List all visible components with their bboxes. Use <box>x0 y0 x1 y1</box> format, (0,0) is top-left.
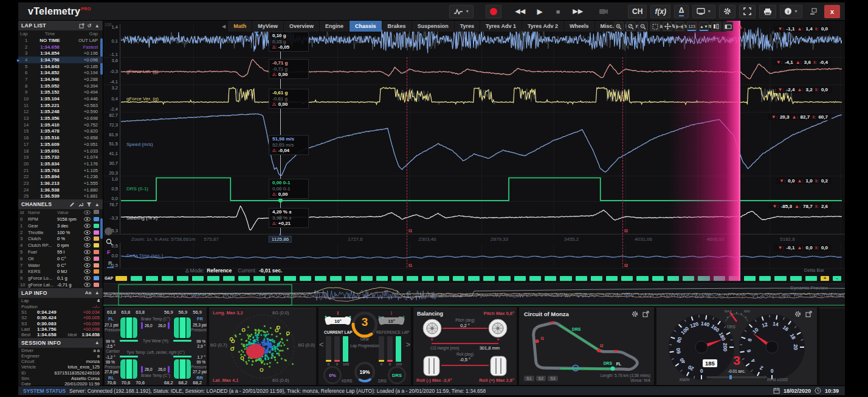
zoom-out-button[interactable] <box>638 22 648 31</box>
channel-row[interactable]: 0 RPM 9158 rpm <box>18 216 103 223</box>
lap-row[interactable]: 24 1:36.538 +1.880 <box>18 187 103 193</box>
channel-row[interactable]: 6 Oil 0 C° <box>18 255 103 262</box>
lap-row[interactable]: 2 1:34.658 Fastest <box>18 44 103 50</box>
gap-segment[interactable] <box>315 276 326 281</box>
session-info-header[interactable]: SESSION INFO ▲ <box>18 338 103 348</box>
gap-segment[interactable] <box>453 276 464 281</box>
channel-color-swatch[interactable] <box>94 257 99 261</box>
gap-segment[interactable] <box>300 276 311 281</box>
sort-arrows-button[interactable]: ▲▼ <box>699 22 709 31</box>
lap-row[interactable]: 15 1:35.478 +0.820 <box>18 128 103 135</box>
gap-segment[interactable] <box>115 276 127 281</box>
sector-button[interactable]: S3 <box>548 376 558 381</box>
gap-segment[interactable] <box>591 276 602 281</box>
gap-segment[interactable] <box>177 276 188 281</box>
lap-row[interactable]: 16 1:35.516 +0.858 <box>18 134 103 141</box>
channel-color-swatch[interactable] <box>94 250 99 254</box>
collapse-icon[interactable]: ▲ <box>95 340 100 345</box>
gap-zoom-in-button[interactable]: + <box>821 276 829 281</box>
minimize-button[interactable] <box>806 5 821 18</box>
info-button[interactable]: i ▼ <box>780 5 802 18</box>
fullscreen-button[interactable] <box>739 5 756 18</box>
lap-row[interactable]: 12 1:35.248 +0.590 <box>18 109 103 116</box>
view-tab[interactable]: Tyres <box>455 21 480 32</box>
lap-row[interactable]: 17 1:35.609 +0.951 <box>18 141 103 148</box>
gap-segment[interactable] <box>131 276 142 281</box>
channel-color-swatch[interactable] <box>94 276 99 280</box>
lap-row[interactable]: 10 1:35.104 +0.446 <box>18 95 103 102</box>
lap-row[interactable]: 6 1:34.852 +0.194 <box>18 69 103 76</box>
function-button[interactable]: f(x) <box>650 5 670 18</box>
sector-button[interactable]: S2 <box>536 376 546 381</box>
channel-color-swatch[interactable] <box>94 217 99 221</box>
channel-row[interactable]: 2 Throttle 100 % <box>18 229 103 236</box>
eye-icon[interactable] <box>84 236 91 241</box>
record-button[interactable] <box>486 5 501 18</box>
sector-button[interactable]: S1 <box>524 376 534 381</box>
front-toggle[interactable]: F <box>107 249 111 255</box>
lap-row[interactable]: 4 1:34.756 +0.098 <box>18 57 103 63</box>
gap-segment[interactable] <box>560 276 571 281</box>
fit-width-button[interactable] <box>675 22 684 31</box>
stop-button[interactable]: ■ <box>551 5 565 18</box>
gap-segment[interactable] <box>391 276 403 281</box>
collapse-icon[interactable]: ▲ <box>95 23 100 29</box>
next-lap-arrow[interactable]: > <box>405 340 410 349</box>
collapse-icon[interactable]: ▲ <box>95 290 100 295</box>
gap-segment[interactable] <box>330 276 342 281</box>
channel-row[interactable]: 9 gForce Lo... 0,1 g <box>18 275 103 281</box>
lap-row[interactable]: 18 1:35.691 +1.033 <box>18 148 103 154</box>
view-tab[interactable]: Chassis <box>350 21 382 32</box>
lap-row[interactable]: 23 1:36.213 +1.555 <box>18 180 103 187</box>
delta-button[interactable]: Δ <box>674 5 689 18</box>
lap-row[interactable]: 13 1:35.356 +0.698 <box>18 115 103 122</box>
print-button[interactable] <box>759 5 776 18</box>
eye-icon[interactable] <box>84 230 91 235</box>
lap-info-header[interactable]: LAP INFO Aa ▲ <box>18 288 103 298</box>
eye-icon[interactable] <box>84 217 91 221</box>
gap-segment[interactable] <box>162 276 173 281</box>
gap-segment[interactable] <box>361 276 373 281</box>
gap-segment[interactable] <box>192 276 204 281</box>
gap-segment[interactable] <box>576 276 587 281</box>
channel-color-swatch[interactable] <box>94 236 99 241</box>
channel-row[interactable]: 5 Fuel 55 l <box>18 249 103 255</box>
lap-row[interactable]: 3 1:34.854 +0.196 <box>18 50 103 57</box>
gap-segment[interactable] <box>207 276 219 281</box>
channel-row[interactable]: 1 Gear 3 dec <box>18 223 103 229</box>
eye-icon[interactable] <box>84 243 91 247</box>
lap-row[interactable]: 7 1:34.946 +0.288 <box>18 76 103 83</box>
chart-cursor-line[interactable] <box>280 24 281 234</box>
timeline-slider[interactable] <box>706 376 767 378</box>
gap-segment[interactable] <box>805 276 817 281</box>
view-tab[interactable]: Math <box>228 21 252 32</box>
channel-color-swatch[interactable] <box>94 269 99 274</box>
eye-icon[interactable] <box>84 263 91 268</box>
gap-segment[interactable] <box>146 276 157 281</box>
channel-row[interactable]: 10 gForce Lat... -0,71 g <box>18 281 103 288</box>
filter-icon[interactable] <box>86 202 92 207</box>
gap-segment[interactable] <box>407 276 418 281</box>
gap-segment[interactable] <box>253 276 265 281</box>
eye-icon[interactable] <box>84 283 91 287</box>
gap-segment[interactable] <box>529 276 541 281</box>
channel-color-swatch[interactable] <box>94 230 99 235</box>
gap-zoom-out-button[interactable]: - <box>833 276 841 281</box>
eye-icon[interactable] <box>84 250 91 254</box>
lap-list-header[interactable]: LAP LIST ↺ ▲ <box>18 21 103 30</box>
gap-segment[interactable] <box>438 276 449 281</box>
display-button[interactable]: ▼ <box>692 5 715 18</box>
eye-icon[interactable] <box>84 224 91 228</box>
gap-segment[interactable] <box>468 276 480 281</box>
wrench-icon[interactable] <box>78 202 83 207</box>
eye-icon[interactable] <box>84 269 91 274</box>
settings-button[interactable] <box>719 5 735 18</box>
gap-segment[interactable] <box>744 276 756 281</box>
view-tab[interactable]: Engine <box>320 21 349 32</box>
slider-thumb[interactable] <box>729 375 732 379</box>
tabs-scroll-left-icon[interactable]: ◀ <box>220 21 227 32</box>
gap-segment[interactable] <box>345 276 357 281</box>
popout-icon[interactable] <box>79 23 84 29</box>
prev-lap-arrow[interactable]: < <box>319 340 324 349</box>
close-button[interactable]: x <box>824 5 840 18</box>
